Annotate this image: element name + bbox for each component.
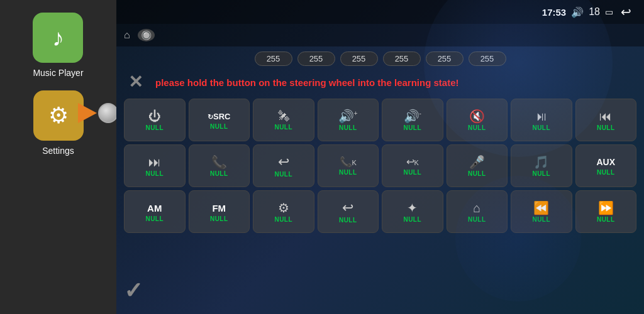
btn-fast-forward[interactable]: ⏩ NULL bbox=[575, 190, 637, 233]
aux-icon: AUX bbox=[596, 157, 615, 167]
power-icon: ⏻ bbox=[148, 110, 161, 122]
btn-call-k[interactable]: 📞K NULL bbox=[318, 144, 379, 187]
status-bar: 17:53 🔊 18 ▭ ↩ bbox=[116, 0, 644, 24]
btn-fm-label: NULL bbox=[210, 215, 228, 222]
button-row-3: AM NULL FM NULL ⚙ NULL ↩ NULL ✦ NULL bbox=[124, 190, 636, 233]
app-music-player[interactable]: ♪ Music Player bbox=[33, 13, 83, 78]
btn-gps-label: NULL bbox=[274, 124, 292, 131]
icon-bar: ⌂ 🔘 bbox=[116, 24, 644, 46]
button-row-1: ⏻ NULL ↻SRC NULL 🛰 NULL 🔊+ NULL bbox=[124, 99, 636, 141]
vol-down-icon: 🔊- bbox=[404, 110, 421, 122]
btn-home[interactable]: ⌂ NULL bbox=[447, 190, 508, 233]
btn-ff-label: NULL bbox=[597, 216, 615, 223]
settings-label: Settings bbox=[42, 146, 74, 156]
orange-arrow-icon bbox=[78, 103, 97, 123]
prev-icon: ⏮ bbox=[599, 110, 612, 122]
btn-vol-down[interactable]: 🔊- NULL bbox=[382, 99, 443, 141]
vol-up-icon: 🔊+ bbox=[338, 110, 358, 122]
btn-src-label: NULL bbox=[210, 123, 228, 130]
confirm-icon: ✓ bbox=[124, 278, 143, 303]
am-icon: AM bbox=[147, 203, 162, 214]
btn-power-label: NULL bbox=[145, 124, 164, 131]
music-note-icon: ♪ bbox=[52, 24, 64, 51]
btn-back-label: NULL bbox=[274, 171, 292, 178]
knob-control[interactable] bbox=[98, 103, 118, 123]
value-2: 255 bbox=[297, 51, 335, 66]
src-icon: ↻SRC bbox=[208, 112, 230, 121]
btn-mic-label: NULL bbox=[468, 170, 486, 177]
btn-vol-up-label: NULL bbox=[339, 124, 357, 131]
mic-icon: 🎤 bbox=[469, 156, 485, 168]
btn-src[interactable]: ↻SRC NULL bbox=[189, 99, 250, 141]
value-1: 255 bbox=[255, 51, 292, 66]
confirm-button-area[interactable]: ✓ bbox=[124, 278, 143, 304]
value-4: 255 bbox=[383, 51, 421, 66]
settings-icon-bg: ⚙ bbox=[33, 90, 84, 141]
btn-settings[interactable]: ⚙ NULL bbox=[253, 190, 314, 233]
instruction-text: please hold the button on the steering w… bbox=[155, 77, 636, 88]
btn-return-label: NULL bbox=[339, 217, 357, 224]
call-k-icon: 📞K bbox=[340, 157, 357, 167]
btn-rewind[interactable]: ⏪ NULL bbox=[511, 190, 572, 233]
rewind-icon: ⏪ bbox=[533, 202, 549, 214]
play-pause-icon: ⏯ bbox=[535, 110, 548, 122]
btn-next-label: NULL bbox=[145, 170, 164, 177]
btn-am[interactable]: AM NULL bbox=[124, 190, 186, 233]
btn-vol-up[interactable]: 🔊+ NULL bbox=[318, 99, 379, 141]
btn-camera[interactable]: 🎵 NULL bbox=[511, 144, 572, 187]
btn-end-k[interactable]: ↩K NULL bbox=[382, 144, 443, 187]
close-icon: ✕ bbox=[128, 73, 143, 91]
active-nav-icon[interactable]: 🔘 bbox=[138, 29, 155, 41]
volume-level: 18 bbox=[589, 6, 600, 18]
call-icon: 📞 bbox=[211, 156, 227, 168]
home-nav-icon[interactable]: ⌂ bbox=[124, 30, 130, 41]
btn-next[interactable]: ⏭ NULL bbox=[124, 144, 186, 187]
btn-prev[interactable]: ⏮ NULL bbox=[575, 99, 637, 141]
bluetooth-icon: ✦ bbox=[407, 202, 418, 214]
fast-forward-icon: ⏩ bbox=[598, 202, 614, 214]
value-6: 255 bbox=[469, 51, 506, 66]
btn-mute[interactable]: 🔇 NULL bbox=[447, 99, 508, 141]
gps-icon: 🛰 bbox=[278, 111, 289, 122]
sidebar: ♪ Music Player ⚙ Settings bbox=[0, 0, 116, 314]
main-content: 17:53 🔊 18 ▭ ↩ ⌂ 🔘 255 255 255 255 255 2… bbox=[116, 0, 644, 314]
back-icon: ↩ bbox=[278, 155, 289, 169]
steering-wheel-panel: 255 255 255 255 255 255 ✕ please hold th… bbox=[116, 46, 644, 314]
btn-call[interactable]: 📞 NULL bbox=[189, 144, 250, 187]
btn-return[interactable]: ↩ NULL bbox=[318, 190, 379, 233]
btn-play-pause[interactable]: ⏯ NULL bbox=[511, 99, 572, 141]
settings-app-container: ⚙ Settings bbox=[33, 90, 84, 156]
end-k-icon: ↩K bbox=[406, 157, 419, 167]
gear-icon: ⚙ bbox=[48, 102, 69, 129]
btn-aux-label: NULL bbox=[597, 169, 615, 176]
btn-mic[interactable]: 🎤 NULL bbox=[447, 144, 508, 187]
app-settings[interactable]: ⚙ Settings bbox=[33, 90, 84, 156]
btn-play-pause-label: NULL bbox=[532, 124, 550, 131]
btn-back[interactable]: ↩ NULL bbox=[253, 144, 314, 187]
btn-mute-label: NULL bbox=[468, 124, 486, 131]
close-button[interactable]: ✕ bbox=[124, 71, 147, 94]
btn-bluetooth[interactable]: ✦ NULL bbox=[382, 190, 443, 233]
music-player-icon-bg: ♪ bbox=[33, 13, 83, 63]
next-icon: ⏭ bbox=[148, 156, 161, 168]
btn-bluetooth-label: NULL bbox=[403, 216, 421, 223]
btn-fm[interactable]: FM NULL bbox=[189, 190, 250, 233]
btn-call-k-label: NULL bbox=[339, 169, 357, 176]
btn-am-label: NULL bbox=[145, 215, 164, 222]
back-button[interactable]: ↩ bbox=[618, 3, 634, 21]
button-row-2: ⏭ NULL 📞 NULL ↩ NULL 📞K NULL ↩K NULL bbox=[124, 144, 636, 187]
value-5: 255 bbox=[426, 51, 464, 66]
btn-settings-label: NULL bbox=[274, 216, 292, 223]
status-time: 17:53 bbox=[542, 7, 566, 18]
btn-home-label: NULL bbox=[468, 216, 486, 223]
screen-icon: ▭ bbox=[605, 7, 613, 17]
btn-prev-label: NULL bbox=[597, 124, 615, 131]
btn-power[interactable]: ⏻ NULL bbox=[124, 99, 186, 141]
music-player-label: Music Player bbox=[33, 68, 83, 78]
settings-btn-icon: ⚙ bbox=[278, 202, 289, 214]
btn-gps[interactable]: 🛰 NULL bbox=[253, 99, 314, 141]
btn-vol-down-label: NULL bbox=[403, 124, 421, 131]
btn-call-label: NULL bbox=[210, 170, 228, 177]
value-row: 255 255 255 255 255 255 bbox=[124, 51, 636, 66]
btn-aux[interactable]: AUX NULL bbox=[575, 144, 637, 187]
